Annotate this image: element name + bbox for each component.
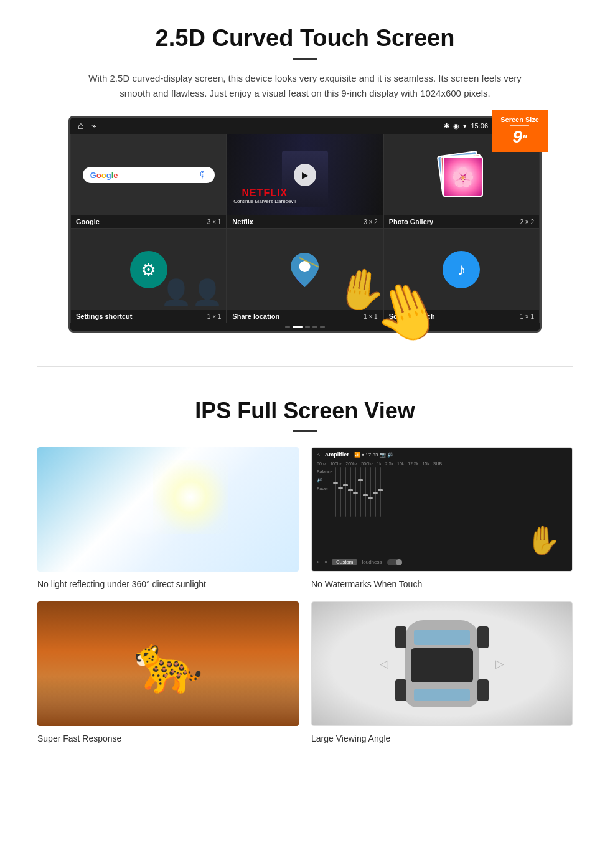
wheel-fl [395,626,406,648]
eq-band-label-5: 1k [377,461,381,466]
google-app-cell[interactable]: Google 🎙 Google 3 × 1 [70,134,227,229]
eq-balance-label: Balance [317,469,332,474]
netflix-app-name: Netflix [232,218,253,225]
location-icon: ◉ [453,122,459,130]
gallery-label-row: Photo Gallery 2 × 2 [384,215,539,228]
eq-slider-6 [360,467,361,517]
eq-icons: 📶 ▾ 17:33 📷 🔊 [354,452,393,458]
eq-thumb-7 [363,494,368,496]
usb-icon: ⌁ [92,121,96,131]
eq-band-label-8: 12.5k [408,461,418,466]
view-arrow-left: ◁ [380,657,388,671]
eq-band-label-3: 200hz [345,461,357,466]
netflix-brand: NETFLIX Continue Marvel's Daredevil [233,187,296,204]
eq-thumb-6 [358,479,363,481]
sound-thumb: ♪ [384,229,539,310]
netflix-thumb: NETFLIX Continue Marvel's Daredevil [227,134,382,215]
wheel-rr [477,679,489,701]
eq-slider-3 [345,467,346,517]
sunlight-caption: No light reflecting under 360° direct su… [37,579,299,589]
section2-divider [293,430,317,432]
eq-fader-label: Fader [317,486,332,491]
device-screen: ⌂ ⌁ ✱ ◉ ▾ 15:06 📷 🔊 ✕ ▭ [68,116,542,333]
light-flare [116,503,166,534]
eq-slider-9 [375,467,376,517]
eq-slider-10 [380,467,381,517]
share-app-cell[interactable]: 🤚 Share location 1 × 1 [227,229,383,323]
feature-grid: No light reflecting under 360° direct su… [37,447,573,743]
status-time: 15:06 [471,122,488,130]
eq-custom-btn: Custom [332,559,357,565]
sound-icon-wrap: ♪ [443,251,480,288]
google-thumb: Google 🎙 [71,134,226,215]
curved-screen-section: 2.5D Curved Touch Screen With 2.5D curve… [0,0,610,354]
sound-label-row: Sound Search 1 × 1 [384,310,539,323]
eq-thumb-5 [353,492,358,494]
flower-image [444,158,482,196]
eq-bottom-bar: « » Custom loudness [317,557,567,567]
feature-equalizer: ⌂ Amplifier 📶 ▾ 17:33 📷 🔊 60hz 100hz 200… [311,447,573,589]
ips-section: IPS Full Screen View No light reflecting… [0,379,610,768]
settings-app-cell[interactable]: ⚙ 👤👤 Settings shortcut 1 × 1 [70,229,227,323]
eq-side-labels: Balance 🔊 Fader [317,467,332,491]
feature-car: ◁ ▷ Large Viewing Angle [311,601,573,743]
badge-divider [510,125,529,126]
section2-title: IPS Full Screen View [37,398,573,424]
eq-slider-7 [365,467,366,517]
eq-band-label-sub: SUB [433,461,442,466]
cheetah-emoji: 🐆 [133,631,203,697]
rear-windshield [414,689,470,701]
dot-1 [285,326,290,328]
device-mockup: Screen Size 9" ⌂ ⌁ ✱ ◉ ▾ 15:06 📷 🔊 ✕ [68,116,542,333]
dot-5 [320,326,325,328]
gallery-app-size: 2 × 2 [520,219,534,225]
netflix-play-button[interactable] [294,164,316,186]
eq-slider-8 [370,467,371,517]
google-label-row: Google 3 × 1 [71,215,226,228]
dot-3 [305,326,310,328]
status-bar: ⌂ ⌁ ✱ ◉ ▾ 15:06 📷 🔊 ✕ ▭ [70,118,540,134]
car-roof [411,648,473,682]
cheetah-caption: Super Fast Response [37,734,299,743]
netflix-subtitle: Continue Marvel's Daredevil [233,199,296,204]
car-diagram: ◁ ▷ [392,614,492,714]
eq-band-label-2: 100hz [330,461,342,466]
maps-icon [288,253,322,287]
sunlight-image [37,447,299,572]
share-thumb: 🤚 [227,229,382,310]
eq-thumb-3 [343,484,348,486]
section-separator [37,366,573,367]
home-icon: ⌂ [78,120,84,131]
google-app-name: Google [76,218,100,225]
share-label-row: Share location 1 × 1 [227,310,382,323]
google-search-bar[interactable]: Google 🎙 [83,167,215,183]
screen-size-badge: Screen Size 9" [492,110,548,152]
section1-title: 2.5D Curved Touch Screen [37,25,573,52]
share-app-name: Share location [232,313,279,320]
eq-thumb-2 [338,487,343,489]
settings-ghost-icons: 👤👤 [161,278,223,307]
wheel-fr [477,626,489,648]
hand-pointing-icon: 🤚 [332,262,383,310]
google-app-size: 3 × 1 [207,219,222,225]
eq-thumb-9 [373,492,378,494]
settings-app-size: 1 × 1 [207,313,222,320]
eq-slider-4 [350,467,351,517]
eq-main: Balance 🔊 Fader [317,467,567,557]
eq-home-icon: ⌂ [317,452,320,458]
settings-label-row: Settings shortcut 1 × 1 [71,310,226,323]
netflix-app-cell[interactable]: NETFLIX Continue Marvel's Daredevil Netf… [227,134,383,229]
car-caption: Large Viewing Angle [311,734,573,743]
gallery-stack [436,150,486,200]
gallery-app-name: Photo Gallery [389,218,434,225]
eq-thumb-8 [368,497,373,499]
eq-sliders: ✋ [335,467,567,517]
google-logo: Google [90,171,118,180]
eq-band-label-7: 10k [397,461,404,466]
eq-loudness-toggle[interactable] [387,559,402,565]
badge-label: Screen Size [500,116,539,123]
app-grid-row2: ⚙ 👤👤 Settings shortcut 1 × 1 [70,229,540,323]
sound-app-cell[interactable]: ♪ Sound Search 1 × 1 [383,229,540,323]
eq-nav-forward: » [324,559,327,565]
dot-4 [312,326,317,328]
